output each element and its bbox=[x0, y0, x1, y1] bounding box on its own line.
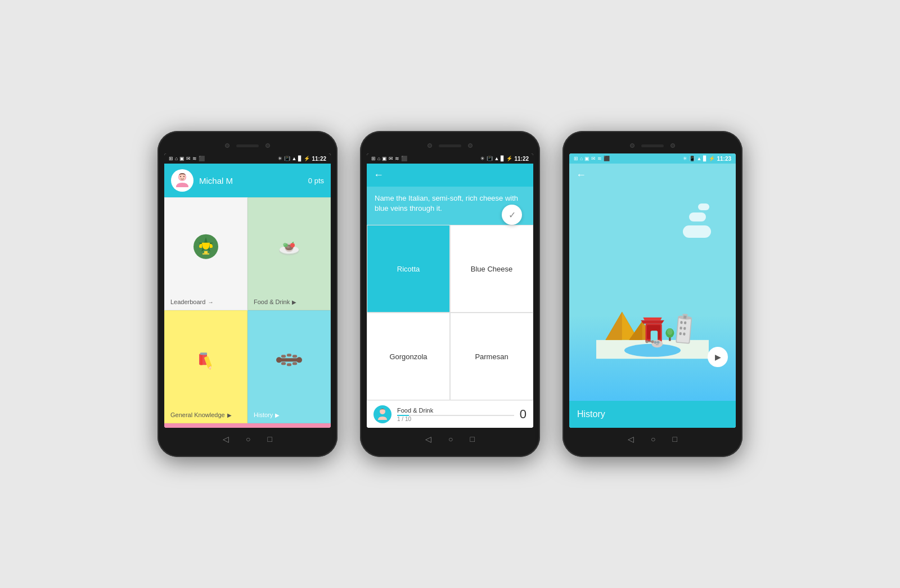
wifi-icon-2: ≋ bbox=[395, 156, 399, 161]
status-time-3: 11:23 bbox=[717, 156, 731, 162]
back-nav-2[interactable]: ◁ bbox=[425, 435, 431, 444]
history-footer: History bbox=[569, 401, 736, 428]
trophy-icon bbox=[192, 232, 220, 265]
svg-rect-53 bbox=[683, 333, 686, 336]
camera-dot-3 bbox=[428, 143, 432, 148]
battery-icon-2: ⚡ bbox=[506, 156, 512, 161]
status-icons-right-3: ✳ 📳 ▲ ▊ ⚡ 11:23 bbox=[683, 156, 732, 162]
back-arrow-history[interactable]: ← bbox=[576, 169, 586, 180]
svg-point-13 bbox=[290, 243, 295, 247]
answer-gorgonzola[interactable]: Gorgonzola bbox=[367, 313, 450, 400]
quiz-footer-info: Food & Drink 1 / 10 bbox=[397, 407, 514, 422]
speaker-grille bbox=[236, 144, 259, 147]
svg-rect-30 bbox=[287, 363, 291, 366]
leaderboard-label: Leaderboard → bbox=[170, 298, 213, 305]
svg-rect-51 bbox=[683, 327, 686, 330]
quiz-category: Food & Drink bbox=[397, 407, 514, 414]
bt-icon-2: ✳ bbox=[480, 156, 485, 161]
signal-icon-2: ▊ bbox=[501, 156, 505, 161]
svg-point-25 bbox=[296, 357, 302, 363]
food-label: Food & Drink ▶ bbox=[254, 298, 296, 305]
food-icon bbox=[274, 232, 304, 266]
history-arrow: ▶ bbox=[275, 412, 280, 418]
svg-marker-44 bbox=[641, 320, 664, 324]
category-grid: Leaderboard → bbox=[164, 197, 331, 423]
home-header: Michal M 0 pts bbox=[164, 164, 331, 197]
status-icons-right: ✳ 📳 ▲ ▊ ⚡ 11:22 bbox=[278, 156, 327, 162]
vib-icon: 📳 bbox=[284, 156, 290, 161]
wifi-icon: ≋ bbox=[192, 156, 197, 161]
svg-rect-22 bbox=[200, 352, 207, 355]
cloud-1 bbox=[683, 225, 711, 238]
quiz-avatar bbox=[374, 405, 392, 423]
history-illustration: ▶ bbox=[569, 187, 736, 401]
camera-dot-5 bbox=[630, 143, 634, 148]
bt-icon: ✳ bbox=[278, 156, 282, 161]
wifi2-icon: ▲ bbox=[292, 156, 297, 161]
pink-bar bbox=[164, 423, 331, 428]
leaderboard-arrow: → bbox=[208, 299, 213, 305]
svg-rect-48 bbox=[680, 321, 683, 324]
mail-icon: ✉ bbox=[186, 156, 191, 161]
back-nav-1[interactable]: ◁ bbox=[223, 435, 229, 444]
sim-icon-3: ⊞ bbox=[574, 156, 578, 161]
phone-3-nav: ◁ ○ □ bbox=[569, 428, 736, 450]
answer-blue-cheese[interactable]: Blue Cheese bbox=[450, 225, 533, 313]
svg-point-56 bbox=[682, 314, 688, 316]
cell-history[interactable]: History ▶ bbox=[248, 310, 331, 423]
svg-point-62 bbox=[657, 341, 660, 344]
home-nav-3[interactable]: ○ bbox=[651, 435, 655, 444]
home-nav-2[interactable]: ○ bbox=[448, 435, 453, 444]
svg-rect-17 bbox=[200, 354, 202, 365]
svg-rect-31 bbox=[292, 362, 297, 365]
cell-general[interactable]: General Knowledge ▶ bbox=[164, 310, 248, 423]
user-avatar bbox=[171, 169, 194, 192]
camera-dot-4 bbox=[468, 143, 472, 148]
general-arrow: ▶ bbox=[227, 412, 232, 418]
general-label: General Knowledge ▶ bbox=[170, 411, 232, 418]
quiz-progress-fill bbox=[397, 415, 409, 416]
svg-point-65 bbox=[651, 341, 654, 343]
cell-food[interactable]: Food & Drink ▶ bbox=[248, 197, 331, 310]
recent-nav-1[interactable]: □ bbox=[268, 435, 272, 444]
status-bar-1: ⊞ ⌂ ▣ ✉ ≋ ⬛ ✳ 📳 ▲ ▊ ⚡ 11:22 bbox=[164, 153, 331, 164]
phone-3: ⊞ ⌂ ▣ ✉ ≋ ⬛ ✳ 📳 ▲ ▊ ⚡ 11:23 ← bbox=[562, 131, 742, 457]
home-nav-1[interactable]: ○ bbox=[246, 435, 250, 444]
app-icon-2: ⬛ bbox=[401, 156, 407, 161]
status-bar-3: ⊞ ⌂ ▣ ✉ ≋ ⬛ ✳ 📳 ▲ ▊ ⚡ 11:23 bbox=[569, 153, 736, 164]
svg-point-24 bbox=[276, 357, 282, 363]
camera-dot bbox=[225, 143, 230, 148]
speaker-grille-3 bbox=[641, 144, 664, 147]
cloud-3 bbox=[698, 203, 709, 210]
answer-ricotta[interactable]: Ricotta bbox=[367, 225, 450, 313]
svg-point-64 bbox=[646, 341, 649, 343]
play-button[interactable]: ▶ bbox=[708, 347, 728, 367]
phone-1-top bbox=[164, 138, 331, 153]
status-icons-right-2: ✳ 📳 ▲ ▊ ⚡ 11:22 bbox=[480, 156, 529, 162]
answer-parmesan[interactable]: Parmesan bbox=[450, 313, 533, 400]
sim-icon: ⊞ bbox=[169, 156, 173, 161]
recent-nav-3[interactable]: □ bbox=[673, 435, 677, 444]
history-label: History ▶ bbox=[254, 411, 280, 418]
sim-icon-2: ⊞ bbox=[371, 156, 376, 161]
svg-rect-28 bbox=[292, 355, 297, 358]
back-arrow-quiz[interactable]: ← bbox=[374, 169, 384, 180]
phone-1-nav: ◁ ○ □ bbox=[164, 428, 331, 450]
svg-rect-27 bbox=[287, 354, 291, 356]
home-icon-3: ⌂ bbox=[580, 156, 583, 161]
svg-rect-49 bbox=[684, 322, 687, 324]
vib-icon-3: 📳 bbox=[689, 156, 695, 161]
img-icon-2: ▣ bbox=[382, 156, 387, 161]
back-nav-3[interactable]: ◁ bbox=[628, 435, 634, 444]
svg-point-2 bbox=[180, 176, 181, 177]
cell-leaderboard[interactable]: Leaderboard → bbox=[164, 197, 248, 310]
home-icon: ⌂ bbox=[175, 156, 178, 161]
recent-nav-2[interactable]: □ bbox=[470, 435, 475, 444]
status-icons-left: ⊞ ⌂ ▣ ✉ ≋ ⬛ bbox=[169, 156, 205, 161]
phone-3-top bbox=[569, 138, 736, 153]
svg-point-61 bbox=[654, 341, 657, 344]
quiz-header: ← bbox=[367, 164, 533, 187]
mail-icon-3: ✉ bbox=[591, 156, 596, 161]
phone-3-screen: ⊞ ⌂ ▣ ✉ ≋ ⬛ ✳ 📳 ▲ ▊ ⚡ 11:23 ← bbox=[569, 153, 736, 428]
battery-icon-3: ⚡ bbox=[709, 156, 715, 161]
